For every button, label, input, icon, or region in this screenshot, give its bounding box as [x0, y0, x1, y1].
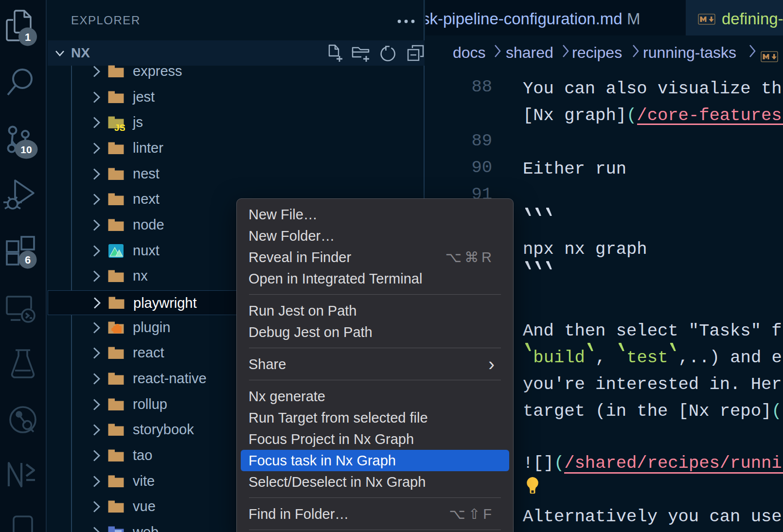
svg-text:10: 10 [20, 144, 32, 155]
svg-text:JS: JS [114, 123, 125, 132]
svg-text:1: 1 [25, 31, 31, 43]
svg-text:6: 6 [25, 254, 31, 266]
